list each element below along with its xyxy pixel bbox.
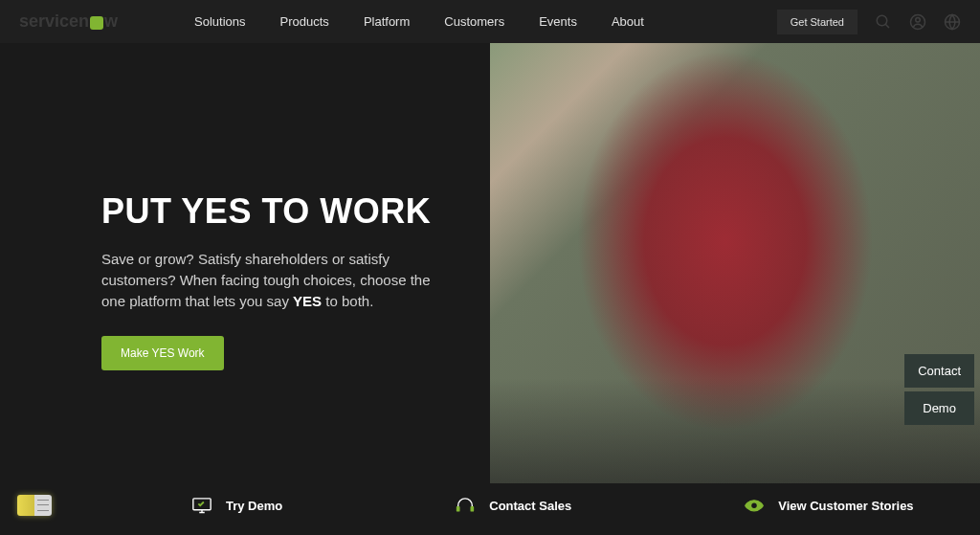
main-content: PUT YES TO WORK Save or grow? Satisfy sh… <box>0 43 980 483</box>
hero-desc-part2: to both. <box>322 293 373 309</box>
header-right: Get Started <box>777 10 961 34</box>
nav-about[interactable]: About <box>612 14 644 29</box>
logo-text-suffix: w <box>104 11 118 32</box>
headset-icon <box>455 497 476 514</box>
badge-right <box>34 495 52 516</box>
contact-side-button[interactable]: Contact <box>904 354 974 388</box>
contact-sales-label: Contact Sales <box>489 499 571 513</box>
nav-platform[interactable]: Platform <box>364 14 410 29</box>
nav-solutions[interactable]: Solutions <box>194 14 245 29</box>
svg-rect-6 <box>457 506 460 511</box>
nav-events[interactable]: Events <box>539 14 577 29</box>
svg-point-3 <box>916 17 921 22</box>
hero-desc-bold: YES <box>293 293 322 309</box>
try-demo-label: Try Demo <box>226 499 282 513</box>
monitor-icon <box>191 497 212 514</box>
get-started-button[interactable]: Get Started <box>777 10 858 34</box>
eye-icon <box>744 497 765 514</box>
svg-point-0 <box>877 15 887 26</box>
view-stories-link[interactable]: View Customer Stories <box>744 497 913 514</box>
view-stories-label: View Customer Stories <box>778 499 913 513</box>
svg-point-8 <box>751 502 756 507</box>
main-nav: Solutions Products Platform Customers Ev… <box>194 14 777 29</box>
hero-desc-part1: Save or grow? Satisfy shareholders or sa… <box>101 251 431 309</box>
logo-text-prefix: servicen <box>19 11 89 32</box>
window-badge-icon[interactable] <box>17 495 52 516</box>
bottom-bar: Try Demo Contact Sales View Customer Sto… <box>0 483 980 514</box>
nav-products[interactable]: Products <box>280 14 329 29</box>
svg-line-1 <box>885 24 889 28</box>
hero-description: Save or grow? Satisfy shareholders or sa… <box>101 249 456 311</box>
search-icon[interactable] <box>875 13 892 31</box>
make-yes-work-button[interactable]: Make YES Work <box>101 336 224 370</box>
side-buttons: Contact Demo <box>904 354 974 425</box>
nav-customers[interactable]: Customers <box>444 14 504 29</box>
try-demo-link[interactable]: Try Demo <box>191 497 282 514</box>
globe-icon[interactable] <box>944 13 961 31</box>
demo-side-button[interactable]: Demo <box>904 391 974 425</box>
hero-title: PUT YES TO WORK <box>101 191 490 232</box>
svg-rect-7 <box>471 506 475 511</box>
user-icon[interactable] <box>909 13 926 31</box>
header: servicen w Solutions Products Platform C… <box>0 0 980 43</box>
contact-sales-link[interactable]: Contact Sales <box>455 497 571 514</box>
badge-left <box>17 495 34 516</box>
logo-accent-icon <box>90 16 103 30</box>
hero-text-section: PUT YES TO WORK Save or grow? Satisfy sh… <box>0 43 490 483</box>
logo[interactable]: servicen w <box>19 11 118 32</box>
